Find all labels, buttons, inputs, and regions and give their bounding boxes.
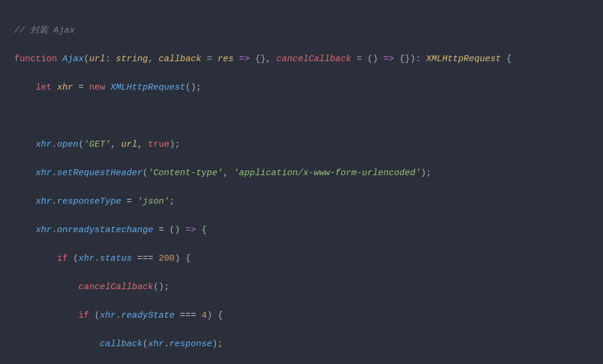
param-url: url xyxy=(89,54,105,64)
comment-line-1: // 封装 Ajax xyxy=(14,26,75,36)
param-res: res xyxy=(217,54,233,64)
keyword-function: function xyxy=(14,54,62,64)
func-name: Ajax xyxy=(62,54,84,64)
return-type: XMLHttpRequest xyxy=(426,54,501,64)
type-string: string xyxy=(116,54,148,64)
code-editor: // 封装 Ajax function Ajax(url: string, ca… xyxy=(14,10,589,364)
param-cancel-callback: cancelCallback xyxy=(276,54,351,64)
param-callback: callback xyxy=(159,54,201,64)
